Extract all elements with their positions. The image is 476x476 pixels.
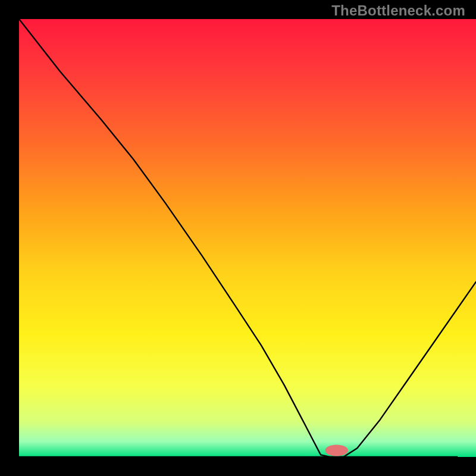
gradient-background [19, 19, 476, 457]
bottleneck-chart [0, 0, 476, 476]
watermark-text: TheBottleneck.com [331, 2, 465, 19]
chart-frame: TheBottleneck.com [0, 0, 476, 476]
optimum-marker [325, 444, 348, 456]
